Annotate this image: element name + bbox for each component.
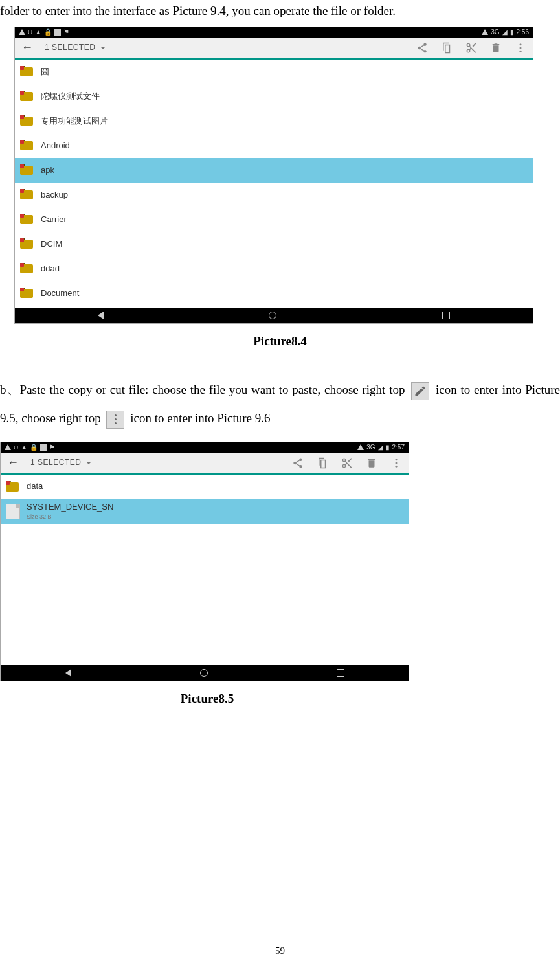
- status-signal-icon: ◢: [502, 28, 508, 37]
- caption-8-5: Picture8.5: [0, 690, 414, 708]
- status-icon: [54, 29, 61, 36]
- status-time: 2:56: [517, 28, 529, 37]
- selection-count[interactable]: 1 SELECTED: [30, 457, 81, 468]
- more-vert-icon: [106, 411, 124, 429]
- svg-point-3: [396, 459, 398, 460]
- screenshot-8-5: ψ ▲ 🔒 ⚑ 3G ◢ ▮ 2:57 ← 1 SELECTED dataSYS…: [0, 442, 409, 681]
- list-item[interactable]: 专用功能测试图片: [15, 109, 533, 133]
- selection-count[interactable]: 1 SELECTED: [45, 42, 95, 53]
- nav-back-icon[interactable]: [98, 312, 104, 319]
- folder-name: Document: [41, 288, 79, 299]
- list-item[interactable]: 囧: [15, 60, 533, 84]
- folder-icon: [20, 288, 34, 299]
- nav-home-icon[interactable]: [269, 312, 276, 319]
- nav-home-icon[interactable]: [200, 669, 208, 677]
- status-icon: ψ: [14, 443, 18, 452]
- folder-name: apk: [41, 164, 54, 176]
- para-text: icon to enter into Picture 9.6: [130, 411, 270, 425]
- folder-name: 陀螺仪测试文件: [41, 91, 100, 102]
- list-item[interactable]: data: [1, 475, 409, 499]
- screenshot-8-4: ψ ▲ 🔒 ⚑ 3G ◢ ▮ 2:56 ← 1 SELECTED 囧陀螺仪测试文…: [14, 27, 533, 324]
- android-nav-bar: [15, 308, 533, 323]
- back-button[interactable]: ←: [21, 40, 33, 56]
- status-bar: ψ ▲ 🔒 ⚑ 3G ◢ ▮ 2:56: [15, 27, 533, 38]
- dropdown-icon[interactable]: [86, 462, 91, 464]
- delete-icon[interactable]: [490, 42, 502, 54]
- copy-icon[interactable]: [317, 457, 328, 469]
- list-item[interactable]: Android: [15, 133, 533, 158]
- selection-toolbar: ← 1 SELECTED: [15, 38, 533, 60]
- page-number: 59: [0, 944, 560, 958]
- share-icon[interactable]: [416, 42, 428, 54]
- folder-icon: [20, 66, 34, 78]
- folder-name: 囧: [41, 66, 49, 78]
- share-icon[interactable]: [292, 457, 304, 469]
- svg-point-5: [396, 465, 398, 467]
- intro-text: folder to enter into the interface as Pi…: [0, 3, 560, 20]
- list-item[interactable]: 陀螺仪测试文件: [15, 84, 533, 109]
- item-size: Size 32 B: [27, 513, 113, 521]
- status-icon: ψ: [28, 28, 32, 37]
- folder-icon: [20, 91, 34, 102]
- status-bar: ψ ▲ 🔒 ⚑ 3G ◢ ▮ 2:57: [1, 442, 409, 453]
- status-icon: [5, 444, 11, 450]
- delete-icon[interactable]: [366, 457, 377, 469]
- list-item[interactable]: SYSTEM_DEVICE_SNSize 32 B: [1, 499, 409, 524]
- folder-name: ddad: [41, 263, 60, 275]
- list-item[interactable]: Carrier: [15, 207, 533, 232]
- svg-point-0: [520, 43, 522, 45]
- more-icon[interactable]: [515, 42, 526, 54]
- status-icon: [19, 29, 25, 35]
- svg-point-4: [396, 462, 398, 464]
- caption-8-4: Picture8.4: [0, 333, 560, 350]
- folder-icon: [20, 263, 34, 275]
- folder-name: 专用功能测试图片: [41, 115, 108, 127]
- para-text: b、Paste the copy or cut file: choose the…: [0, 383, 409, 396]
- list-item[interactable]: ddad: [15, 256, 533, 281]
- status-icon: 🔒: [44, 28, 52, 37]
- status-icon: ⚑: [49, 443, 55, 452]
- folder-name: DCIM: [41, 238, 62, 250]
- status-time: 2:57: [392, 443, 405, 452]
- paragraph-b: b、Paste the copy or cut file: choose the…: [0, 376, 560, 432]
- folder-icon: [20, 189, 34, 201]
- item-name: SYSTEM_DEVICE_SN: [27, 501, 113, 513]
- status-icon: [40, 444, 47, 451]
- list-item[interactable]: Document: [15, 281, 533, 306]
- status-battery-icon: ▮: [510, 28, 514, 37]
- status-wifi-icon: [482, 29, 488, 35]
- edit-icon: [411, 382, 429, 400]
- nav-recent-icon[interactable]: [337, 669, 344, 677]
- cut-icon[interactable]: [341, 457, 353, 469]
- svg-point-2: [520, 50, 522, 52]
- list-item[interactable]: apk: [15, 158, 533, 183]
- folder-name: backup: [41, 189, 68, 201]
- svg-point-1: [520, 47, 522, 49]
- folder-icon: [20, 140, 34, 152]
- folder-icon: [20, 214, 34, 225]
- back-button[interactable]: ←: [7, 455, 19, 471]
- list-item[interactable]: DCIM: [15, 232, 533, 256]
- android-nav-bar: [1, 665, 409, 681]
- folder-name: Carrier: [41, 214, 67, 225]
- file-list: dataSYSTEM_DEVICE_SNSize 32 B: [1, 475, 409, 666]
- folder-icon: [20, 238, 34, 250]
- folder-name: Android: [41, 140, 70, 152]
- more-icon[interactable]: [390, 457, 402, 469]
- status-signal-icon: ◢: [378, 443, 383, 452]
- status-network: 3G: [491, 28, 499, 37]
- cut-icon[interactable]: [465, 42, 477, 54]
- nav-back-icon[interactable]: [65, 669, 71, 677]
- dropdown-icon[interactable]: [100, 47, 106, 49]
- nav-recent-icon[interactable]: [442, 312, 450, 319]
- item-name: data: [27, 481, 43, 492]
- status-icon: ▲: [35, 28, 41, 37]
- list-item[interactable]: backup: [15, 183, 533, 207]
- file-icon: [6, 504, 20, 519]
- folder-icon: [20, 164, 34, 176]
- status-icon: ▲: [21, 443, 27, 452]
- copy-icon[interactable]: [441, 42, 453, 54]
- folder-icon: [20, 115, 34, 127]
- status-network: 3G: [366, 443, 375, 452]
- status-battery-icon: ▮: [386, 443, 390, 452]
